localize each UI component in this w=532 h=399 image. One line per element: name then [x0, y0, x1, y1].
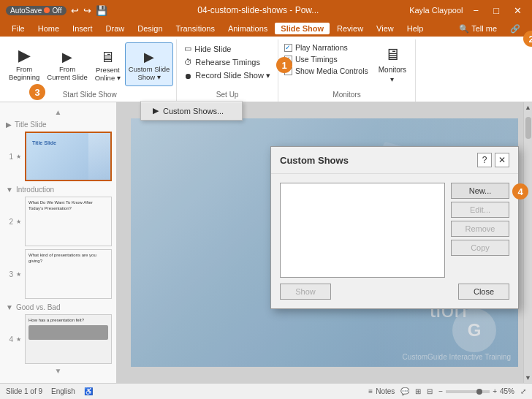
title-bar: AutoSave Off ↩ ↪ 💾 04-custom-slide-shows… — [0, 0, 532, 20]
from-beginning-label: FromBeginning — [9, 65, 39, 82]
slide-4-container: 4 ★ How has a presentation felt? — [3, 313, 113, 365]
monitors-label: Monitors — [379, 66, 406, 74]
maximize-button[interactable]: □ — [489, 4, 503, 18]
use-timings-checkbox[interactable] — [284, 56, 292, 64]
notes-label: Notes — [376, 387, 395, 395]
notes-button[interactable]: ≡ Notes — [368, 387, 395, 395]
scroll-down[interactable]: ▼ — [3, 365, 113, 376]
content-area: tion G CustomGuide Interactive Training … — [117, 102, 532, 383]
close-button[interactable]: ✕ — [509, 4, 526, 18]
modal-action-section: New... Edit... Remove Copy — [451, 183, 509, 284]
autosave-label: AutoSave — [10, 7, 42, 15]
save-icon[interactable]: 💾 — [96, 5, 107, 16]
accessibility-label: ♿ — [84, 387, 93, 395]
from-beginning-button[interactable]: ▶ FromBeginning — [6, 42, 42, 86]
slide-thumb-4[interactable]: How has a presentation felt? — [25, 314, 112, 364]
play-narrations-checkbox[interactable] — [284, 44, 292, 52]
modal-list-section — [280, 183, 445, 284]
custom-slide-show-button[interactable]: ▶ Custom SlideShow ▾ 2 — [125, 42, 174, 86]
fit-slide-icon[interactable]: ⤢ — [520, 387, 526, 395]
ribbon-group-start-slideshow: ▶ FromBeginning ▶ FromCurrent Slide 🖥 Pr… — [3, 39, 177, 102]
normal-view-icon[interactable]: ⊞ — [415, 387, 421, 395]
remove-button[interactable]: Remove — [451, 221, 509, 237]
menu-slideshow[interactable]: Slide Show — [275, 23, 330, 34]
modal-list-area[interactable] — [280, 183, 445, 278]
title-bar-left: AutoSave Off ↩ ↪ 💾 — [6, 5, 107, 16]
rehearse-timings-button[interactable]: ⏱ Rehearse Timings — [180, 56, 275, 68]
show-media-controls-checkbox[interactable] — [284, 67, 292, 75]
undo-icon[interactable]: ↩ — [71, 5, 79, 16]
record-slide-show-label: Record Slide Show ▾ — [195, 71, 270, 80]
section-title-slide: ▶Title Slide — [3, 118, 113, 130]
rehearse-timings-label: Rehearse Timings — [195, 58, 260, 66]
slide-thumb-3[interactable]: What kind of presentations are you givin… — [25, 249, 112, 299]
minimize-button[interactable]: − — [469, 4, 484, 18]
record-icon: ⏺ — [184, 72, 192, 80]
ribbon-group-setup: ▭ Hide Slide ⏱ Rehearse Timings ⏺ Record… — [177, 39, 278, 102]
zoom-out-icon[interactable]: − — [438, 387, 443, 395]
monitors-button[interactable]: 🖥 Monitors ▾ — [373, 42, 412, 86]
ribbon-group-monitors: Play Narrations Use Timings Show Media C… — [278, 39, 416, 102]
menu-animations[interactable]: Animations — [222, 23, 273, 34]
menu-review[interactable]: Review — [331, 23, 369, 34]
custom-shows-modal: Custom Shows ? ✕ New... Edit... — [270, 146, 519, 309]
slide-1-container: 1 ★ Title Slide — [3, 130, 113, 183]
notes-icon: ≡ — [368, 387, 373, 395]
menu-draw[interactable]: Draw — [100, 23, 131, 34]
modal-overlay: Custom Shows ? ✕ New... Edit... — [117, 102, 532, 383]
menu-home[interactable]: Home — [32, 23, 65, 34]
copy-button[interactable]: Copy — [451, 240, 509, 256]
ribbon-group-content: ▶ FromBeginning ▶ FromCurrent Slide 🖥 Pr… — [6, 39, 173, 89]
slide-sorter-icon[interactable]: ⊟ — [427, 387, 433, 395]
custom-slide-show-icon: ▶ — [144, 50, 154, 64]
title-filename: 04-custom-slide-shows - Pow... — [197, 5, 319, 15]
setup-content: ▭ Hide Slide ⏱ Rehearse Timings ⏺ Record… — [180, 39, 275, 89]
play-narrations-item[interactable]: Play Narrations — [281, 42, 371, 53]
zoom-slider[interactable] — [446, 390, 490, 393]
monitors-content: Play Narrations Use Timings Show Media C… — [281, 39, 412, 89]
edit-button[interactable]: Edit... — [451, 202, 509, 218]
menu-design[interactable]: Design — [132, 23, 168, 34]
status-bar: Slide 1 of 9 English ♿ ≡ Notes 💬 ⊞ ⊟ − +… — [0, 383, 532, 399]
from-current-slide-button[interactable]: ▶ FromCurrent Slide — [44, 42, 90, 86]
from-beginning-icon: ▶ — [18, 48, 31, 64]
slide-thumb-2[interactable]: What Do We Want To Know After Today's Pr… — [25, 197, 112, 246]
show-media-controls-item[interactable]: Show Media Controls — [281, 66, 371, 76]
section-introduction: ▼Introduction — [3, 183, 113, 195]
autosave-toggle[interactable]: AutoSave Off — [6, 6, 66, 15]
menu-insert[interactable]: Insert — [66, 23, 99, 34]
scroll-up[interactable]: ▲ — [3, 107, 113, 118]
comments-icon[interactable]: 💬 — [400, 387, 409, 395]
record-slide-show-button[interactable]: ⏺ Record Slide Show ▾ — [180, 69, 275, 82]
menu-bar: File Home Insert Draw Design Transitions… — [0, 20, 532, 37]
modal-layout: New... Edit... Remove Copy — [280, 183, 509, 284]
modal-controls: ? ✕ — [477, 153, 509, 167]
menu-search[interactable]: 🔍 Tell me — [453, 23, 503, 35]
modal-help-button[interactable]: ? — [477, 153, 492, 167]
menu-help[interactable]: Help — [401, 23, 430, 34]
close-modal-button[interactable]: Close — [458, 284, 509, 300]
menu-transitions[interactable]: Transitions — [170, 23, 221, 34]
zoom-slider-thumb[interactable] — [476, 389, 482, 395]
slide-thumb-1[interactable]: Title Slide — [25, 132, 112, 181]
hide-slide-icon: ▭ — [184, 44, 191, 53]
ribbon: ▶ FromBeginning ▶ FromCurrent Slide 🖥 Pr… — [0, 37, 532, 102]
use-timings-item[interactable]: Use Timings — [281, 54, 371, 64]
present-online-button[interactable]: 🖥 PresentOnline ▾ — [92, 42, 123, 86]
hide-slide-label: Hide Slide — [194, 45, 231, 53]
menu-view[interactable]: View — [370, 23, 400, 34]
share-icon[interactable]: 🔗 — [504, 23, 526, 35]
hide-slide-button[interactable]: ▭ Hide Slide — [180, 42, 275, 55]
show-button[interactable]: Show — [280, 284, 331, 300]
monitors-group-label: Monitors — [332, 89, 360, 102]
modal-close-button[interactable]: ✕ — [495, 153, 509, 167]
autosave-dot — [44, 7, 50, 13]
redo-icon[interactable]: ↪ — [83, 5, 91, 16]
new-button[interactable]: New... — [451, 183, 509, 199]
show-media-controls-label: Show Media Controls — [295, 66, 368, 75]
menu-file[interactable]: File — [6, 23, 31, 34]
slide-panel: ▲ ▶Title Slide 1 ★ Title Slide ▼Introduc… — [0, 102, 117, 383]
zoom-in-icon[interactable]: + — [493, 387, 497, 395]
main-area: ▲ ▶Title Slide 1 ★ Title Slide ▼Introduc… — [0, 102, 532, 383]
username-label: Kayla Claypool — [409, 6, 463, 15]
